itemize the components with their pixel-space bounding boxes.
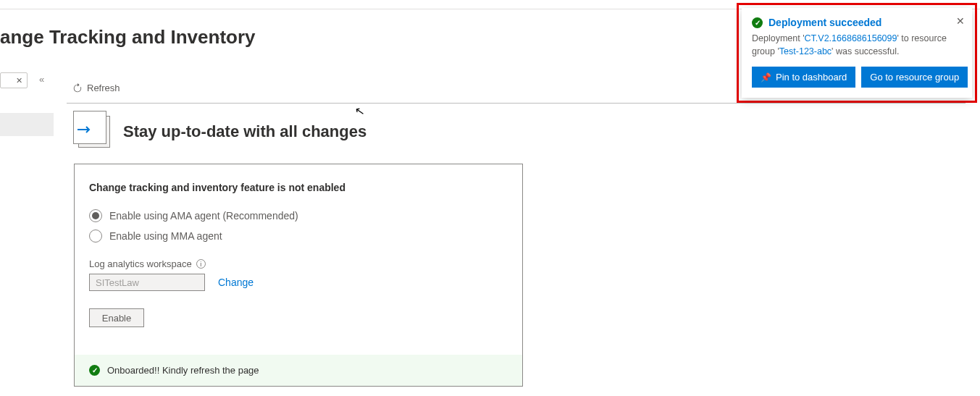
command-bar-divider	[67, 103, 966, 104]
radio-option-ama[interactable]: Enable using AMA agent (Recommended)	[89, 209, 508, 222]
radio-unselected-icon	[89, 229, 102, 243]
sidebar-selected-item[interactable]	[0, 113, 54, 136]
go-to-resource-group-button[interactable]: Go to resource group	[861, 67, 968, 88]
law-workspace-input	[89, 274, 205, 291]
law-field-label: Log analytics workspace i	[89, 258, 508, 269]
toast-body-prefix: Deployment '	[752, 33, 805, 43]
toast-close-button[interactable]: ✕	[956, 15, 965, 27]
change-workspace-link[interactable]: Change	[218, 277, 254, 288]
goto-label: Go to resource group	[870, 72, 959, 83]
enablement-card: Change tracking and inventory feature is…	[74, 164, 523, 387]
onboard-status-text: Onboarded!! Kindly refresh the page	[107, 365, 259, 376]
radio-mma-label: Enable using MMA agent	[109, 230, 222, 242]
documents-icon	[78, 116, 110, 148]
pin-icon: 📌	[761, 72, 771, 83]
toast-title: Deployment succeeded	[768, 17, 881, 28]
enable-button[interactable]: Enable	[89, 308, 144, 327]
radio-ama-label: Enable using AMA agent (Recommended)	[109, 210, 298, 222]
pin-label: Pin to dashboard	[776, 72, 847, 83]
close-icon: ✕	[956, 15, 965, 27]
refresh-button[interactable]: Refresh	[72, 83, 120, 93]
toast-success-icon	[752, 17, 763, 28]
info-icon[interactable]: i	[196, 259, 206, 269]
law-label-text: Log analytics workspace	[89, 258, 192, 269]
close-icon: ✕	[16, 76, 22, 85]
close-blade-button[interactable]: ✕	[0, 72, 28, 88]
refresh-icon	[72, 83, 83, 93]
radio-selected-icon	[89, 209, 102, 222]
toast-body-suffix: ' was successful.	[832, 46, 899, 56]
resource-group-link[interactable]: Test-123-abc	[779, 46, 832, 56]
mouse-cursor-icon: ↖	[353, 104, 365, 119]
pin-to-dashboard-button[interactable]: 📌 Pin to dashboard	[752, 67, 855, 88]
toast-highlight-frame: Deployment succeeded ✕ Deployment 'CT.V2…	[737, 3, 977, 103]
deployment-toast: Deployment succeeded ✕ Deployment 'CT.V2…	[742, 8, 972, 98]
onboard-status-bar: Onboarded!! Kindly refresh the page	[75, 355, 522, 386]
refresh-label: Refresh	[87, 83, 120, 93]
deployment-name-link[interactable]: CT.V2.1668686156099	[805, 33, 897, 43]
radio-option-mma[interactable]: Enable using MMA agent	[89, 229, 508, 243]
success-check-icon	[89, 365, 100, 376]
collapse-sidebar-icon[interactable]: «	[39, 74, 44, 85]
hero-section: Stay up-to-date with all changes	[78, 116, 367, 148]
toast-body: Deployment 'CT.V2.1668686156099' to reso…	[752, 33, 962, 58]
card-subtitle: Change tracking and inventory feature is…	[89, 182, 508, 193]
hero-title: Stay up-to-date with all changes	[123, 122, 367, 141]
more-menu-dots[interactable]: ···	[217, 32, 229, 45]
